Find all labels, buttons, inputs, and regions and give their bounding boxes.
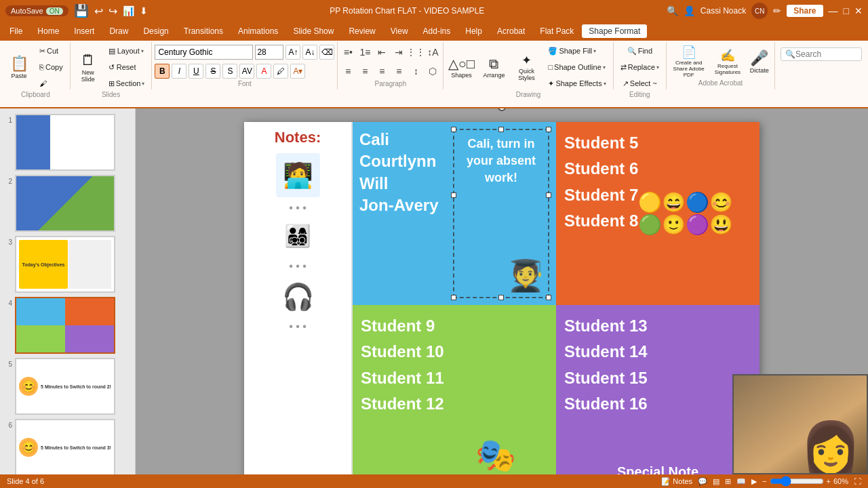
user-avatar[interactable]: CN bbox=[751, 3, 768, 19]
line-spacing-button[interactable]: ↕ bbox=[408, 64, 423, 79]
menu-review[interactable]: Review bbox=[342, 24, 382, 38]
layout-button[interactable]: ▤ Layout ▾ bbox=[104, 43, 149, 58]
fit-to-window-button[interactable]: ⛶ bbox=[854, 477, 861, 485]
shape-outline-button[interactable]: □ Shape Outline ▾ bbox=[544, 60, 610, 75]
quick-styles-button[interactable]: ✦ Quick Styles bbox=[511, 49, 541, 85]
handle-tl[interactable] bbox=[451, 127, 456, 132]
menu-file[interactable]: File bbox=[3, 24, 29, 38]
font-shrink-button[interactable]: A↓ bbox=[302, 45, 317, 60]
menu-transitions[interactable]: Transitions bbox=[177, 24, 230, 38]
section-button[interactable]: ⊞ Section ▾ bbox=[104, 76, 149, 91]
align-left-button[interactable]: ≡ bbox=[340, 64, 355, 79]
menu-draw[interactable]: Draw bbox=[102, 24, 135, 38]
highlight-button[interactable]: 🖊 bbox=[273, 64, 288, 79]
bold-button[interactable]: B bbox=[155, 64, 170, 79]
menu-addins[interactable]: Add-ins bbox=[416, 24, 458, 38]
bullets-button[interactable]: ≡• bbox=[340, 45, 355, 60]
autosave-toggle[interactable]: AutoSave ON bbox=[5, 5, 68, 16]
shape-effects-button[interactable]: ✦ Shape Effects ▾ bbox=[544, 76, 610, 91]
dictate-button[interactable]: 🎤 Dictate bbox=[747, 44, 772, 79]
zoom-slider[interactable] bbox=[770, 476, 824, 487]
menu-insert[interactable]: Insert bbox=[67, 24, 101, 38]
menu-shapeformat[interactable]: Shape Format bbox=[582, 24, 647, 38]
orange-cell[interactable]: Student 5 Student 6 Student 7 Student 8 … bbox=[556, 122, 760, 305]
blue-message-selected[interactable]: Cali, turn in your absent work! 🧑‍🎓 bbox=[453, 129, 549, 298]
align-center-button[interactable]: ≡ bbox=[357, 64, 372, 79]
search-box[interactable]: 🔍 bbox=[781, 47, 862, 61]
replace-button[interactable]: ⇄ Replace ▾ bbox=[616, 60, 663, 75]
redo-icon[interactable]: ↪ bbox=[108, 5, 117, 18]
shadow-button[interactable]: S bbox=[222, 64, 237, 79]
rotation-handle[interactable] bbox=[498, 108, 506, 111]
find-button[interactable]: 🔍 Find bbox=[623, 43, 656, 58]
menu-home[interactable]: Home bbox=[31, 24, 66, 38]
create-share-adobe-button[interactable]: 📄 Create and Share Adobe PDF bbox=[669, 44, 708, 79]
smartart-button[interactable]: ⬡ bbox=[425, 64, 440, 79]
customize-icon[interactable]: ⬇ bbox=[140, 5, 148, 16]
copy-button[interactable]: ⎘ Copy bbox=[35, 60, 67, 75]
strikethrough-button[interactable]: S bbox=[205, 64, 220, 79]
blue-cell[interactable]: Cali Courtlynn Will Jon-Avery Cali, turn… bbox=[353, 122, 556, 305]
char-spacing-button[interactable]: AV bbox=[239, 64, 254, 79]
font-grow-button[interactable]: A↑ bbox=[285, 45, 300, 60]
slide-6-thumbnail[interactable]: 😊 5 Minutes to Switch to round 3! bbox=[15, 419, 115, 474]
slide-5-thumbnail[interactable]: 😊 5 Minutes to Switch to round 2! bbox=[15, 358, 115, 415]
notes-toggle[interactable]: 📝 Notes bbox=[661, 477, 692, 486]
edit-icon[interactable]: ✏ bbox=[773, 5, 781, 16]
shapes-button[interactable]: △○□ Shapes bbox=[446, 49, 476, 85]
minimize-icon[interactable]: — bbox=[829, 5, 838, 16]
reset-button[interactable]: ↺ Reset bbox=[104, 60, 149, 75]
handle-tm[interactable] bbox=[498, 127, 504, 132]
increase-indent-button[interactable]: ⇥ bbox=[391, 45, 406, 60]
numbering-button[interactable]: 1≡ bbox=[357, 45, 372, 60]
purple-cell[interactable]: Student 13 Student 14 Student 15 Student… bbox=[556, 305, 760, 474]
font-color-button[interactable]: A bbox=[256, 64, 271, 79]
menu-flatpack[interactable]: Flat Pack bbox=[533, 24, 580, 38]
zoom-in-button[interactable]: + bbox=[827, 477, 831, 485]
font-size-input[interactable] bbox=[255, 45, 283, 60]
close-icon[interactable]: ✕ bbox=[854, 5, 863, 16]
arrange-button[interactable]: ⧉ Arrange bbox=[479, 49, 509, 85]
menu-acrobat[interactable]: Acrobat bbox=[490, 24, 532, 38]
slide-2-thumbnail[interactable] bbox=[15, 175, 115, 232]
slide-4-thumbnail[interactable] bbox=[15, 297, 115, 354]
cut-button[interactable]: ✂ Cut bbox=[35, 43, 67, 58]
search-icon[interactable]: 🔍 bbox=[667, 5, 678, 16]
zoom-control[interactable]: − + 60% bbox=[762, 476, 848, 487]
slide-1-thumbnail[interactable] bbox=[15, 114, 115, 171]
new-slide-button[interactable]: 🗒 New Slide bbox=[73, 49, 103, 85]
green-cell[interactable]: Student 9 Student 10 Student 11 Student … bbox=[353, 305, 556, 474]
restore-icon[interactable]: □ bbox=[844, 5, 849, 16]
paste-button[interactable]: 📋 Paste bbox=[4, 49, 34, 85]
present-icon[interactable]: 📊 bbox=[123, 5, 134, 16]
italic-button[interactable]: I bbox=[172, 64, 186, 79]
menu-animations[interactable]: Animations bbox=[231, 24, 285, 38]
slide-3-thumbnail[interactable]: Today's Objectives bbox=[15, 236, 115, 293]
underline-button[interactable]: U bbox=[189, 64, 203, 79]
menu-view[interactable]: View bbox=[384, 24, 415, 38]
menu-design[interactable]: Design bbox=[136, 24, 175, 38]
save-icon[interactable]: 💾 bbox=[74, 3, 89, 18]
menu-help[interactable]: Help bbox=[458, 24, 489, 38]
select-button[interactable]: ↗ Select ~ bbox=[618, 76, 661, 91]
user-icon[interactable]: 👤 bbox=[684, 5, 695, 16]
view-slideshow-icon[interactable]: ▶ bbox=[751, 477, 757, 486]
handle-mr[interactable] bbox=[546, 192, 551, 198]
share-button[interactable]: Share bbox=[787, 5, 823, 17]
columns-button[interactable]: ⋮⋮ bbox=[408, 45, 423, 60]
align-right-button[interactable]: ≡ bbox=[374, 64, 389, 79]
handle-br[interactable] bbox=[546, 295, 551, 300]
format-painter-button[interactable]: 🖌 bbox=[35, 76, 67, 91]
shape-fill-button[interactable]: 🪣 Shape Fill ▾ bbox=[544, 43, 610, 58]
handle-tr[interactable] bbox=[546, 127, 551, 132]
view-normal-icon[interactable]: ▤ bbox=[713, 477, 719, 486]
handle-ml[interactable] bbox=[451, 192, 456, 198]
font-name-input[interactable] bbox=[155, 45, 253, 60]
font-color2-button[interactable]: A▾ bbox=[290, 64, 305, 79]
decrease-indent-button[interactable]: ⇤ bbox=[374, 45, 389, 60]
text-direction-button[interactable]: ↕A bbox=[425, 45, 440, 60]
comments-toggle[interactable]: 💬 bbox=[698, 477, 707, 486]
view-sorter-icon[interactable]: ⊞ bbox=[725, 477, 731, 486]
menu-slideshow[interactable]: Slide Show bbox=[286, 24, 340, 38]
handle-bm[interactable] bbox=[498, 295, 504, 300]
